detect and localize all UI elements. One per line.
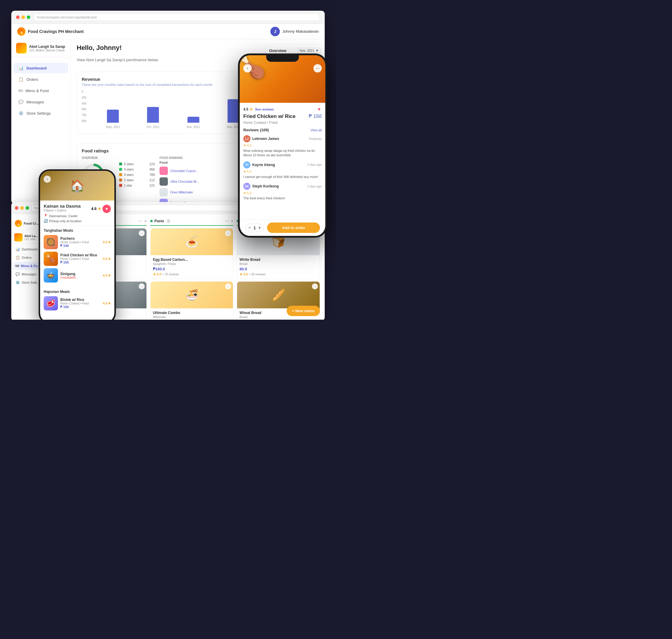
store-name: Abot Langit Sa Sarap — [29, 45, 65, 49]
menu-scroll: Tanghalian Meals 🥘 Puchero Home Cooked •… — [40, 226, 114, 312]
more-button[interactable]: ⋯ — [313, 64, 322, 73]
menu-icon: 🍽 — [18, 88, 22, 93]
carbonara-price: ₱160.0 — [153, 267, 231, 271]
app-header: 🔥 Food Cravings PH Merchant J Johnny Mak… — [11, 24, 325, 39]
revenue-title: Revenue — [82, 77, 254, 82]
sidebar-nav: 📊 Dashboard 📋 Orders 🍽 Menu & Food 💬 Mes… — [11, 60, 71, 122]
ultra-choc-options[interactable]: ⋯ — [139, 230, 145, 236]
menu-item-puchero: 🥘 Puchero Home Cooked • Fried ₱ 150 4.5 … — [44, 235, 111, 249]
food-name: Fried Chicken w/ Rice — [243, 113, 296, 120]
restaurant-header-img: ‹ 🏠 — [40, 171, 114, 201]
back-button[interactable]: ‹ — [243, 64, 252, 73]
review-item-3: SK Steph Kurikong 2 days ago ★ 5.0 The b… — [243, 183, 322, 201]
qty-value: 1 — [253, 225, 256, 230]
url-bar[interactable]: foodcravingsph.merchant.app/dashboard — [34, 13, 320, 21]
pasta-title: Pasta — [155, 219, 164, 223]
dot-minimize[interactable] — [21, 15, 25, 19]
app-header-left: 🔥 Food Cravings PH Merchant — [17, 27, 83, 36]
sidebar-item-messages[interactable]: 💬 Messages — [14, 96, 68, 107]
reviews-title: Reviews (109) — [243, 128, 269, 132]
add-to-order-bar: − 1 + Add to order — [241, 219, 324, 236]
review-stars-2: ★ 5.0 — [243, 170, 322, 173]
food-category: Home Cooked • Fried — [243, 121, 322, 125]
food-hero-image: ‹ ⋯ 🍗 — [240, 55, 325, 103]
reviewer-name-3: Steph Kurikong — [252, 184, 279, 188]
reviews-header: Reviews (109) View all — [243, 128, 322, 132]
pasta-more[interactable]: ⋯ — [225, 219, 229, 223]
carbonara-sub: Spaghetti • Pasta — [153, 262, 231, 266]
food-rating: 4.5 — [243, 107, 248, 111]
menu-section-tanghalian: Tanghalian Meals 🥘 Puchero Home Cooked •… — [40, 226, 114, 287]
bg-dot-minimize[interactable] — [20, 206, 24, 210]
phone-secondary: ‹ 🏠 Kainan sa Dasma Filipino • Eatery 4.… — [38, 169, 116, 320]
ratings-title: Food ratings — [82, 148, 254, 153]
reviewer-name-1: Lebrown James — [252, 137, 279, 141]
qty-increase[interactable]: + — [258, 225, 261, 231]
restaurant-rating: 4.5 ★ — [91, 206, 101, 211]
overview-month[interactable]: Nov. 2021 ▼ — [298, 48, 321, 53]
sidebar-item-label: Menu & Food — [26, 89, 49, 93]
rating-2stars: 2 stars 112 — [119, 178, 155, 182]
restaurant-name: Kainan sa Dasma — [44, 203, 80, 208]
review-text-1: Wow sobrang sarap talaga ng fried chicke… — [243, 149, 322, 158]
sinigang-rating: 4.5 ★ — [103, 274, 111, 278]
bg-dot-maximize[interactable] — [26, 206, 29, 210]
review-time-1: Yesterday — [309, 137, 322, 141]
heart-icon[interactable]: ♥ — [318, 107, 321, 112]
reviewer-avatar-2: KI — [243, 161, 250, 169]
review-stars-3: ★ 5.0 — [243, 191, 322, 195]
see-reviews-link[interactable]: See reviews — [255, 108, 274, 111]
carbonara-options[interactable]: ⋯ — [225, 230, 231, 236]
dot-maximize[interactable] — [27, 15, 30, 19]
chart-y-labels: 80k 70k 60k 40k 20k 0 — [82, 90, 91, 123]
wheat-bread-options[interactable]: ⋯ — [312, 283, 318, 289]
browser-dots — [16, 15, 30, 19]
overview-header: Overview Nov. 2021 ▼ — [269, 48, 321, 53]
review-item-2: KI Kayrie Irbeng 2 days ago ★ 5.0 I cann… — [243, 161, 322, 179]
sidebar-item-menu[interactable]: 🍽 Menu & Food — [14, 85, 68, 96]
view-all-link[interactable]: View all — [310, 128, 322, 132]
menu-item-fried-chicken: 🍗 Fried Chicken w/ Rice Home Cooked • Fr… — [44, 252, 111, 266]
star-icon: ★ — [250, 107, 253, 111]
carbonara-name: Egg Based Carbon... — [153, 258, 231, 262]
bistek-rating: 4.5 ★ — [103, 301, 111, 306]
rating-1star: 1 star 121 — [119, 184, 155, 187]
store-address: 123, Molino, Bacoor Cavite — [29, 49, 65, 52]
milkshakes-more[interactable]: ⋯ — [138, 219, 142, 223]
pasta-add[interactable]: + — [231, 219, 233, 223]
rating-5stars: 5 stars 123 — [119, 162, 155, 166]
bar-oct — [136, 90, 171, 123]
revenue-card: Revenue These are your monthly sales bas… — [77, 72, 259, 134]
bar-sept — [95, 90, 131, 123]
store-avatar — [16, 43, 27, 53]
sidebar-item-settings[interactable]: ⚙️ Store Settings — [14, 108, 68, 119]
sidebar-item-dashboard[interactable]: 📊 Dashboard — [14, 63, 68, 73]
milkshakes-add[interactable]: + — [144, 219, 146, 223]
flame-icon: 🔥 — [17, 27, 26, 36]
puchero-rating: 4.5 ★ — [103, 240, 111, 244]
pickup-info: 🔄 Pickup only at location — [44, 219, 111, 223]
bg-dot-close[interactable] — [15, 206, 18, 210]
greeting-title: Hello, Johnny! — [77, 44, 259, 52]
review-text-3: The best every fried chicken! — [243, 196, 322, 201]
menu-section-hapunan: Hapunan Meals 🥩 Bistek w/ Rice Home Cook… — [40, 287, 114, 312]
chart-x-labels: Sept. 2021 Oct. 2021 Nov. 2021 Dec. 2021 — [92, 125, 254, 129]
reviewer-avatar-1: LJ — [243, 135, 250, 142]
add-to-order-button[interactable]: Add to order — [267, 222, 320, 233]
qty-decrease[interactable]: − — [248, 225, 251, 231]
section-title-hapunan: Hapunan Meals — [44, 290, 111, 294]
oreo-options[interactable]: ⋯ — [139, 283, 145, 289]
restaurant-location: 📍 Dasmarinas, Cavite — [44, 214, 111, 218]
new-menu-button[interactable]: + New menu — [287, 306, 320, 316]
ultimate-name: Ultimate Combo — [153, 311, 231, 315]
back-button-2[interactable]: ‹ — [44, 175, 51, 183]
dot-close[interactable] — [16, 15, 20, 19]
ultimate-options[interactable]: ⋯ — [225, 283, 231, 289]
food-rating-badge: 4.5 ★ See reviews ♥ — [243, 107, 274, 111]
review-text-2: I cannot get enough of this! Will defini… — [243, 175, 322, 179]
white-bread-name: White Bread — [239, 258, 317, 262]
sidebar-item-orders[interactable]: 📋 Orders — [14, 74, 68, 85]
revenue-chart: 80k 70k 60k 40k 20k 0 — [82, 90, 254, 129]
favorite-button[interactable]: ♥ — [103, 205, 111, 213]
sidebar-store: Abot Langit Sa Sarap 123, Molino, Bacoor… — [11, 39, 71, 57]
